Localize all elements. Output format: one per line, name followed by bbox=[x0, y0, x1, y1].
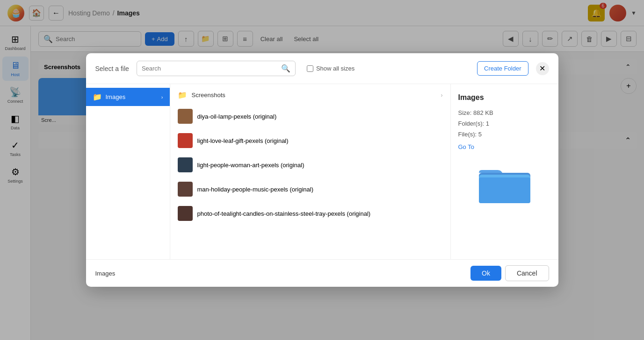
modal-search-icon: 🔍 bbox=[281, 64, 290, 73]
folder-list-icon: 📁 bbox=[178, 91, 187, 99]
list-item-file5[interactable]: photo-of-tealight-candles-on-stainless-s… bbox=[170, 201, 450, 226]
footer-path: Images bbox=[95, 270, 467, 277]
list-item-screenshots[interactable]: 📁 Screenshots › bbox=[170, 86, 450, 104]
folder-label: Images bbox=[106, 93, 126, 100]
info-folders-value: 1 bbox=[486, 120, 489, 127]
info-size: Size: 882 KB bbox=[458, 109, 551, 116]
info-size-value: 882 KB bbox=[473, 109, 493, 116]
list-item-file4[interactable]: man-holiday-people-music-pexels (origina… bbox=[170, 177, 450, 201]
list-item-file2[interactable]: light-love-leaf-gift-pexels (original) bbox=[170, 128, 450, 153]
info-size-label: Size: bbox=[458, 109, 472, 116]
info-panel: Images Size: 882 KB Folder(s): 1 File(s)… bbox=[451, 84, 558, 259]
show-all-sizes-label: Show all sizes bbox=[316, 65, 355, 72]
file-list-label-3: light-people-woman-art-pexels (original) bbox=[197, 162, 304, 169]
file-list-label-1: diya-oil-lamp-pexels (original) bbox=[197, 113, 277, 120]
folder-icon-large bbox=[477, 163, 533, 205]
list-item-file1[interactable]: diya-oil-lamp-pexels (original) bbox=[170, 104, 450, 128]
modal-footer: Images Ok Cancel bbox=[86, 259, 558, 287]
file-select-modal: Select a file 🔍 Show all sizes Create Fo… bbox=[86, 53, 558, 287]
folder-tree-item-images[interactable]: 📁 Images › bbox=[86, 88, 170, 106]
cancel-button[interactable]: Cancel bbox=[505, 265, 549, 281]
modal-title: Select a file bbox=[95, 65, 129, 72]
list-item-file3[interactable]: light-people-woman-art-pexels (original) bbox=[170, 153, 450, 177]
modal-search-box[interactable]: 🔍 bbox=[137, 61, 296, 76]
file-thumbnail-1 bbox=[178, 109, 193, 124]
folder-tree: 📁 Images › bbox=[86, 84, 170, 259]
info-folders-label: Folder(s): bbox=[458, 120, 485, 127]
file-thumbnail-4 bbox=[178, 182, 193, 197]
modal-close-button[interactable]: ✕ bbox=[536, 62, 549, 75]
file-thumbnail-2 bbox=[178, 133, 193, 148]
file-list-label-2: light-love-leaf-gift-pexels (original) bbox=[197, 137, 289, 144]
modal-search-input[interactable] bbox=[142, 65, 278, 72]
folder-chevron-icon: › bbox=[161, 94, 163, 100]
info-goto-link[interactable]: Go To bbox=[458, 143, 551, 150]
show-all-sizes-container: Show all sizes bbox=[307, 65, 355, 72]
info-files: File(s): 5 bbox=[458, 131, 551, 138]
file-list-label-4: man-holiday-people-music-pexels (origina… bbox=[197, 186, 314, 193]
info-folder-name: Images bbox=[458, 93, 551, 102]
folder-list-label: Screenshots bbox=[192, 92, 225, 99]
modal-header: Select a file 🔍 Show all sizes Create Fo… bbox=[86, 53, 558, 84]
ok-button[interactable]: Ok bbox=[470, 266, 501, 281]
file-list: 📁 Screenshots › diya-oil-lamp-pexels (or… bbox=[170, 84, 451, 259]
modal-body: 📁 Images › 📁 Screenshots › diya-oil-lamp… bbox=[86, 84, 558, 259]
modal-overlay: Select a file 🔍 Show all sizes Create Fo… bbox=[0, 0, 644, 340]
info-files-value: 5 bbox=[478, 131, 482, 138]
info-folders: Folder(s): 1 bbox=[458, 120, 551, 127]
folder-list-chevron: › bbox=[441, 92, 443, 99]
file-thumbnail-3 bbox=[178, 157, 193, 172]
folder-illustration bbox=[458, 163, 551, 205]
create-folder-button[interactable]: Create Folder bbox=[477, 61, 528, 76]
file-list-label-5: photo-of-tealight-candles-on-stainless-s… bbox=[197, 210, 371, 217]
file-thumbnail-5 bbox=[178, 206, 193, 221]
svg-rect-2 bbox=[479, 177, 530, 203]
info-files-label: File(s): bbox=[458, 131, 477, 138]
folder-icon: 📁 bbox=[93, 92, 102, 101]
show-all-sizes-checkbox[interactable] bbox=[307, 65, 313, 72]
